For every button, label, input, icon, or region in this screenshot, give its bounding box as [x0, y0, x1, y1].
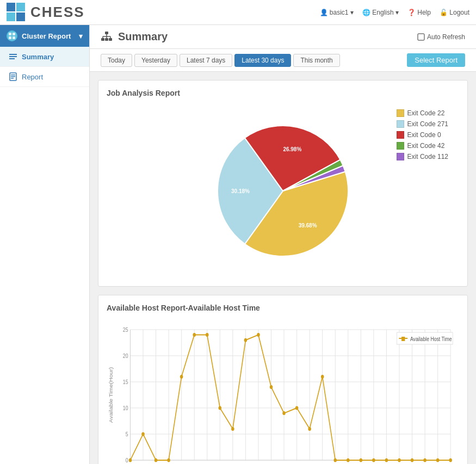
pie-chart-svg: 39.68%30.18%26.98%: [201, 109, 364, 273]
tab-yesterday[interactable]: Yesterday: [134, 54, 177, 67]
app-header: CHESS 👤 basic1 ▾ 🌐 English ▾ ❓ Help 🔓 Lo…: [0, 0, 476, 25]
sidebar-summary-label: Summary: [22, 53, 54, 61]
legend-item-1: Exit Code 271: [397, 120, 448, 128]
sidebar-report-label: Report: [22, 73, 43, 81]
data-point: [129, 459, 132, 462]
tab-latest30days[interactable]: Latest 30 days: [234, 54, 291, 67]
legend-item-3: Exit Code 42: [397, 142, 448, 150]
y-tick-label: 0: [126, 457, 128, 463]
hierarchy-icon: [101, 31, 113, 43]
data-point: [372, 459, 375, 462]
y-tick-label: 5: [126, 431, 128, 437]
line-chart-svg: 0510152025112311241125112511271129113012…: [107, 319, 459, 464]
svg-rect-24: [418, 34, 424, 40]
legend-label-1: Exit Code 271: [407, 120, 448, 128]
cluster-report-icon: [7, 30, 17, 41]
legend-color-4: [397, 153, 404, 160]
logout-link[interactable]: 🔓 Logout: [440, 9, 469, 16]
line-legend-label: Available Host Time: [410, 336, 452, 342]
content-area: Job Analysis Report 39.68%30.18%26.98% E…: [90, 72, 476, 464]
y-tick-label: 20: [123, 352, 128, 359]
svg-rect-3: [16, 13, 25, 21]
svg-rect-9: [9, 56, 17, 57]
language-menu[interactable]: 🌐 English ▾: [362, 9, 399, 16]
main-content: Summary Auto Refresh Today Yesterday Lat…: [90, 25, 476, 464]
logo-text: CHESS: [30, 4, 85, 21]
cluster-report-chevron: ▾: [79, 32, 83, 40]
svg-rect-18: [109, 38, 112, 41]
data-point: [449, 459, 452, 462]
svg-rect-2: [7, 13, 15, 21]
pie-label-0: 39.68%: [299, 222, 317, 228]
report-icon: [9, 72, 17, 81]
data-point: [385, 459, 388, 462]
pie-legend: Exit Code 22Exit Code 271Exit Code 0Exit…: [397, 109, 448, 160]
data-point: [257, 333, 260, 337]
data-point: [206, 333, 209, 337]
data-point: [231, 427, 234, 431]
logo-area: CHESS: [7, 3, 85, 22]
cluster-report-menu[interactable]: Cluster Report ▾: [0, 25, 89, 47]
legend-item-2: Exit Code 0: [397, 131, 448, 139]
svg-rect-0: [7, 3, 15, 11]
cluster-report-label: Cluster Report: [22, 32, 71, 40]
tab-today[interactable]: Today: [101, 54, 132, 67]
page-header: Summary Auto Refresh: [90, 25, 476, 49]
sidebar-item-summary[interactable]: Summary: [0, 47, 89, 67]
line-chart-area: 0510152025112311241125112511271129113012…: [107, 319, 459, 464]
pie-label-2: 26.98%: [283, 146, 301, 152]
legend-label-2: Exit Code 0: [407, 131, 441, 139]
data-point: [141, 432, 145, 436]
data-point: [436, 459, 440, 462]
y-tick-label: 15: [123, 379, 128, 385]
data-point: [347, 459, 350, 462]
data-point: [167, 459, 170, 462]
user-icon: 👤: [320, 9, 330, 16]
svg-rect-1: [16, 3, 25, 11]
tab-latest7days[interactable]: Latest 7 days: [180, 54, 232, 67]
y-tick-label: 10: [123, 405, 128, 411]
data-point: [321, 375, 324, 379]
svg-rect-14: [11, 78, 14, 79]
svg-rect-5: [13, 33, 15, 35]
data-point: [308, 427, 311, 431]
select-report-button[interactable]: Select Report: [407, 53, 465, 67]
summary-icon: [9, 52, 17, 61]
legend-color-1: [397, 120, 404, 128]
legend-item-0: Exit Code 22: [397, 109, 448, 117]
data-point: [333, 459, 337, 462]
pie-chart-container: 39.68%30.18%26.98% Exit Code 22Exit Code…: [107, 104, 459, 278]
data-point: [295, 406, 299, 410]
y-tick-label: 25: [123, 326, 128, 333]
data-point: [219, 406, 222, 410]
data-point: [282, 411, 286, 415]
chess-logo-icon: [7, 3, 26, 22]
svg-rect-27: [401, 337, 405, 341]
legend-label-4: Exit Code 112: [407, 153, 448, 160]
data-point: [411, 459, 414, 462]
svg-rect-6: [9, 36, 11, 39]
data-point: [180, 375, 183, 379]
legend-item-4: Exit Code 112: [397, 153, 448, 160]
line-chart-path: [130, 335, 450, 460]
app-layout: Cluster Report ▾ Summary Report: [0, 25, 476, 464]
help-link[interactable]: ❓ Help: [407, 9, 431, 16]
line-legend: Available Host Time: [397, 332, 453, 344]
auto-refresh-toggle[interactable]: Auto Refresh: [417, 33, 465, 41]
host-report-title: Available Host Report-Available Host Tim…: [107, 304, 459, 312]
legend-label-3: Exit Code 42: [407, 142, 445, 150]
data-point: [193, 333, 196, 337]
svg-rect-17: [105, 38, 108, 41]
data-point: [270, 385, 273, 389]
user-menu[interactable]: 👤 basic1 ▾: [320, 9, 354, 16]
tab-thismonth[interactable]: This month: [293, 54, 339, 67]
sidebar: Cluster Report ▾ Summary Report: [0, 25, 90, 464]
tab-group: Today Yesterday Latest 7 days Latest 30 …: [101, 54, 340, 67]
data-point: [398, 459, 401, 462]
svg-rect-8: [9, 54, 17, 55]
svg-rect-16: [101, 38, 104, 41]
data-point: [244, 338, 248, 342]
sidebar-item-report[interactable]: Report: [0, 67, 89, 87]
data-point: [423, 459, 426, 462]
legend-color-0: [397, 109, 404, 117]
